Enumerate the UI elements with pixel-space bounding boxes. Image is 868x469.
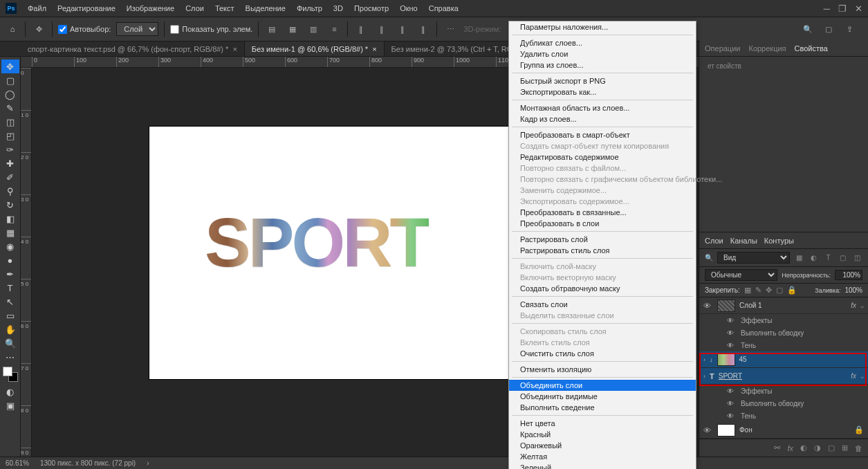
new-layer-icon[interactable]: ⊞ <box>842 443 848 452</box>
menu-Выделение[interactable]: Выделение <box>240 4 291 12</box>
context-menu-item[interactable]: Объединить видимые <box>509 391 696 402</box>
context-menu-item[interactable]: Группа из слоев... <box>509 59 696 71</box>
filter-smart-icon[interactable]: ◫ <box>852 252 862 263</box>
info-chevron-icon[interactable]: › <box>147 459 149 467</box>
menu-Слои[interactable]: Слои <box>180 4 210 12</box>
screenmode-icon[interactable]: ▢ <box>821 21 836 37</box>
chevron-down-icon[interactable]: ⌵ <box>860 302 864 309</box>
home-icon[interactable]: ⌂ <box>6 22 19 36</box>
eyedropper-tool[interactable]: ✑ <box>1 142 19 156</box>
close-tab-icon[interactable]: × <box>372 45 376 53</box>
menu-Просмотр[interactable]: Просмотр <box>349 4 394 12</box>
context-menu-item[interactable]: Нет цвета <box>509 418 696 429</box>
layer-filter-type[interactable]: Вид <box>717 252 790 264</box>
filter-shape-icon[interactable]: ▢ <box>838 252 848 263</box>
search-icon[interactable]: 🔍 <box>800 21 815 37</box>
context-menu-item[interactable]: Зеленый <box>509 462 696 469</box>
lock-pixels-icon[interactable]: ✎ <box>755 286 761 295</box>
new-group-icon[interactable]: ▢ <box>828 443 835 452</box>
distribute-top-icon[interactable]: ‖ <box>353 21 369 37</box>
context-menu-item[interactable]: Отменить изоляцию <box>509 364 696 375</box>
context-menu-item[interactable]: Монтажная область из слоев... <box>509 102 696 113</box>
share-icon[interactable]: ⇪ <box>842 21 857 37</box>
layer-effect-stroke[interactable]: 👁Выполнить обводку <box>699 327 868 339</box>
tab-adjustments[interactable]: Коррекция <box>748 44 786 53</box>
distribute-bottom-icon[interactable]: ‖ <box>395 21 410 37</box>
layer-effect-shadow[interactable]: 👁Тень <box>699 410 868 422</box>
layer-name[interactable]: SPORT <box>719 372 847 380</box>
context-menu-item[interactable]: Параметры наложения... <box>509 21 696 33</box>
lasso-tool[interactable]: ◯ <box>1 87 19 101</box>
context-menu-item[interactable]: Преобразовать в слои <box>509 218 696 229</box>
document-tab[interactable]: спорт-картинка текст.psd @ 66,7% (фон-сп… <box>21 42 245 56</box>
menu-Фильтр[interactable]: Фильтр <box>291 4 328 12</box>
frame-tool[interactable]: ◰ <box>1 129 19 142</box>
move-tool-icon[interactable]: ✥ <box>31 21 46 37</box>
align-hcenter-icon[interactable]: ▦ <box>285 21 300 37</box>
visibility-icon[interactable]: 👁 <box>703 302 713 310</box>
tab-layers[interactable]: Слои <box>705 237 723 245</box>
context-menu-item[interactable]: Удалить слои <box>509 48 696 59</box>
hand-tool[interactable]: ✋ <box>1 322 19 336</box>
type-tool[interactable]: T <box>1 281 19 295</box>
context-menu-item[interactable]: Преобразовать в смарт-объект <box>509 129 696 140</box>
layer-row-45[interactable]: › ↓ 45 <box>699 351 868 368</box>
sport-text-layer[interactable]: SPORT <box>205 203 429 282</box>
context-menu-item[interactable]: Экспортировать как... <box>509 86 696 98</box>
layer-effect-stroke[interactable]: 👁Выполнить обводку <box>699 397 868 410</box>
blend-mode-select[interactable]: Обычные <box>705 269 777 281</box>
history-brush-tool[interactable]: ↻ <box>1 198 19 212</box>
filter-adjust-icon[interactable]: ◐ <box>809 252 819 263</box>
align-left-icon[interactable]: ▤ <box>264 21 279 37</box>
context-menu-item[interactable]: Объединить слои <box>509 380 696 391</box>
screen-mode-icon[interactable]: ▣ <box>1 398 19 412</box>
tab-channels[interactable]: Каналы <box>730 237 757 245</box>
align-justify-icon[interactable]: ≡ <box>326 21 342 37</box>
context-menu-item[interactable]: Растрировать слой <box>509 234 696 245</box>
context-menu-item[interactable]: Красный <box>509 429 696 440</box>
context-menu-item[interactable]: Выполнить сведение <box>509 402 696 413</box>
zoom-level[interactable]: 60.61% <box>6 459 29 467</box>
layer-mask-icon[interactable]: ◐ <box>800 443 807 452</box>
link-layers-icon[interactable]: ⚯ <box>774 443 780 452</box>
filter-pixel-icon[interactable]: ▦ <box>794 252 804 263</box>
context-menu-item[interactable]: Растрировать стиль слоя <box>509 245 696 256</box>
align-right-icon[interactable]: ▥ <box>306 21 321 37</box>
menu-Файл[interactable]: Файл <box>22 4 52 12</box>
brush-tool[interactable]: ✐ <box>1 170 19 184</box>
context-menu-item[interactable]: Очистить стиль слоя <box>509 348 696 359</box>
layer-row-sport[interactable]: › T SPORT fx ⌵ <box>699 368 868 385</box>
menu-Изображение[interactable]: Изображение <box>121 4 180 12</box>
fx-badge[interactable]: fx <box>851 302 856 309</box>
distribute-spacing-icon[interactable]: ‖ <box>416 21 431 37</box>
eraser-tool[interactable]: ◧ <box>1 212 19 226</box>
artboard[interactable]: SPORT <box>149 127 557 379</box>
context-menu-item[interactable]: Быстрый экспорт в PNG <box>509 75 696 86</box>
crop-tool[interactable]: ◫ <box>1 115 19 129</box>
layer-row-layer1[interactable]: 👁 Слой 1 fx ⌵ <box>699 297 868 314</box>
quick-mask-icon[interactable]: ◐ <box>1 385 19 398</box>
lock-artboard-icon[interactable]: ▢ <box>776 286 783 295</box>
more-options-icon[interactable]: ⋯ <box>443 21 458 37</box>
fx-badge[interactable]: fx <box>851 372 856 380</box>
menu-Окно[interactable]: Окно <box>394 4 423 12</box>
menu-Текст[interactable]: Текст <box>210 4 240 12</box>
context-menu-item[interactable]: Редактировать содержимое <box>509 151 696 163</box>
document-tab[interactable]: Без имени-1 @ 60,6% (RGB/8#) *× <box>245 42 385 56</box>
document-info[interactable]: 1300 пикс. x 800 пикс. (72 ppi) <box>40 459 136 467</box>
context-menu-item[interactable]: Связать слои <box>509 299 696 310</box>
context-menu-item[interactable]: Кадр из слоев... <box>509 113 696 125</box>
adjustment-layer-icon[interactable]: ◑ <box>814 443 821 452</box>
menu-Справка[interactable]: Справка <box>423 4 464 12</box>
chevron-down-icon[interactable]: ⌵ <box>860 373 864 380</box>
edit-toolbar-icon[interactable]: ⋯ <box>1 350 19 364</box>
color-swatches[interactable] <box>3 367 18 382</box>
show-controls-checkbox[interactable]: Показать упр. элем. <box>170 25 252 34</box>
blur-tool[interactable]: ◉ <box>1 239 19 253</box>
path-select-tool[interactable]: ↖ <box>1 295 19 309</box>
distribute-vcenter-icon[interactable]: ‖ <box>374 21 389 37</box>
context-menu-item[interactable]: Оранжевый <box>509 440 696 451</box>
chevron-right-icon[interactable]: › <box>703 356 705 363</box>
auto-select-target[interactable]: Слой <box>116 22 158 36</box>
layer-name[interactable]: Фон <box>739 426 850 434</box>
